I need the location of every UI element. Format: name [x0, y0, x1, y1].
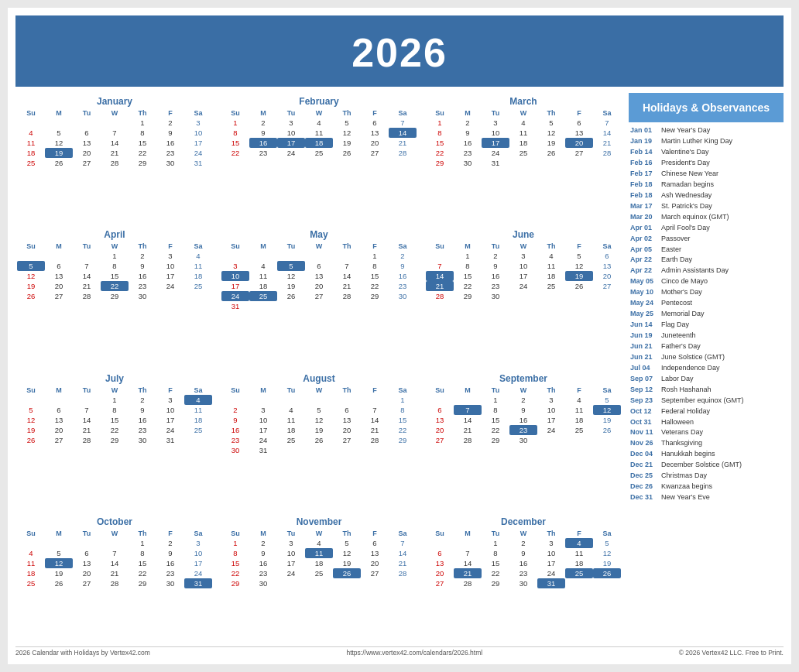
calendar-day[interactable]: 10 [249, 415, 277, 425]
calendar-day[interactable]: 27 [73, 158, 101, 168]
calendar-day[interactable]: 25 [184, 425, 212, 435]
calendar-day[interactable] [389, 445, 417, 455]
calendar-day[interactable] [454, 538, 482, 548]
calendar-day[interactable]: 24 [277, 148, 305, 158]
calendar-day[interactable]: 19 [333, 558, 361, 568]
calendar-day[interactable]: 2 [129, 395, 156, 405]
calendar-day[interactable] [221, 395, 249, 405]
calendar-day[interactable]: 11 [537, 261, 565, 271]
calendar-day[interactable]: 21 [101, 148, 129, 158]
calendar-day[interactable]: 12 [333, 128, 361, 138]
calendar-day[interactable]: 18 [537, 271, 565, 281]
calendar-day[interactable]: 5 [333, 538, 361, 548]
calendar-day[interactable]: 11 [305, 128, 333, 138]
calendar-day[interactable]: 25 [565, 568, 593, 578]
calendar-day[interactable] [537, 158, 565, 168]
calendar-day[interactable]: 3 [537, 538, 565, 548]
calendar-day[interactable]: 5 [537, 118, 565, 128]
calendar-day[interactable]: 23 [156, 148, 184, 158]
calendar-day[interactable]: 2 [482, 251, 509, 261]
calendar-day[interactable]: 7 [101, 128, 129, 138]
calendar-day[interactable]: 23 [509, 425, 537, 435]
calendar-day[interactable]: 26 [45, 578, 73, 588]
calendar-day[interactable]: 3 [277, 118, 305, 128]
calendar-day[interactable] [305, 251, 333, 261]
calendar-day[interactable]: 31 [184, 158, 212, 168]
calendar-day[interactable]: 28 [426, 291, 454, 301]
calendar-day[interactable] [565, 578, 593, 588]
calendar-day[interactable]: 26 [45, 158, 73, 168]
calendar-day[interactable]: 21 [361, 425, 389, 435]
calendar-day[interactable]: 1 [221, 118, 249, 128]
calendar-day[interactable]: 20 [565, 138, 593, 148]
calendar-day[interactable]: 12 [593, 405, 621, 415]
calendar-day[interactable]: 8 [129, 548, 156, 558]
calendar-day[interactable] [333, 578, 361, 588]
calendar-day[interactable]: 21 [454, 568, 482, 578]
calendar-day[interactable]: 22 [482, 568, 509, 578]
calendar-day[interactable]: 26 [277, 291, 305, 301]
calendar-day[interactable]: 27 [361, 148, 389, 158]
calendar-day[interactable]: 27 [426, 435, 454, 445]
calendar-day[interactable]: 9 [129, 405, 156, 415]
calendar-day[interactable]: 28 [333, 291, 361, 301]
calendar-day[interactable]: 29 [482, 435, 509, 445]
calendar-day[interactable]: 17 [482, 138, 509, 148]
calendar-day[interactable]: 5 [17, 405, 45, 415]
calendar-day[interactable] [45, 538, 73, 548]
calendar-day[interactable]: 28 [101, 578, 129, 588]
calendar-day[interactable]: 8 [101, 261, 129, 271]
calendar-day[interactable]: 24 [184, 148, 212, 158]
calendar-day[interactable]: 1 [389, 395, 417, 405]
calendar-day[interactable]: 14 [454, 558, 482, 568]
calendar-day[interactable]: 21 [389, 138, 417, 148]
calendar-day[interactable]: 2 [509, 538, 537, 548]
calendar-day[interactable]: 7 [426, 261, 454, 271]
calendar-day[interactable]: 25 [184, 281, 212, 291]
calendar-day[interactable]: 17 [277, 138, 305, 148]
calendar-day[interactable]: 25 [509, 148, 537, 158]
calendar-day[interactable]: 15 [129, 558, 156, 568]
calendar-day[interactable]: 25 [565, 425, 593, 435]
calendar-day[interactable] [333, 301, 361, 311]
calendar-day[interactable]: 22 [454, 281, 482, 291]
calendar-day[interactable]: 11 [305, 548, 333, 558]
calendar-day[interactable] [277, 301, 305, 311]
calendar-day[interactable]: 5 [593, 538, 621, 548]
calendar-day[interactable]: 12 [305, 415, 333, 425]
calendar-day[interactable]: 9 [249, 128, 277, 138]
calendar-day[interactable]: 2 [221, 405, 249, 415]
calendar-day[interactable]: 18 [305, 558, 333, 568]
calendar-day[interactable] [361, 395, 389, 405]
calendar-day[interactable]: 6 [426, 405, 454, 415]
calendar-day[interactable]: 22 [129, 148, 156, 158]
calendar-day[interactable]: 24 [156, 281, 184, 291]
calendar-day[interactable]: 4 [305, 118, 333, 128]
calendar-day[interactable] [389, 301, 417, 311]
calendar-day[interactable]: 24 [277, 568, 305, 578]
calendar-day[interactable]: 1 [454, 251, 482, 261]
calendar-day[interactable]: 1 [361, 251, 389, 261]
calendar-day[interactable]: 12 [17, 271, 45, 281]
calendar-day[interactable] [73, 118, 101, 128]
calendar-day[interactable]: 20 [333, 425, 361, 435]
calendar-day[interactable]: 10 [509, 261, 537, 271]
calendar-day[interactable] [593, 158, 621, 168]
calendar-day[interactable]: 8 [482, 405, 509, 415]
calendar-day[interactable]: 14 [333, 271, 361, 281]
calendar-day[interactable]: 6 [305, 261, 333, 271]
calendar-day[interactable] [305, 445, 333, 455]
calendar-day[interactable]: 1 [129, 538, 156, 548]
calendar-day[interactable]: 23 [389, 281, 417, 291]
calendar-day[interactable]: 7 [333, 261, 361, 271]
calendar-day[interactable]: 24 [537, 425, 565, 435]
calendar-day[interactable]: 15 [221, 558, 249, 568]
calendar-day[interactable]: 29 [482, 578, 509, 588]
calendar-day[interactable]: 31 [184, 578, 212, 588]
calendar-day[interactable]: 7 [361, 405, 389, 415]
calendar-day[interactable]: 19 [333, 138, 361, 148]
calendar-day[interactable]: 11 [277, 415, 305, 425]
calendar-day[interactable]: 13 [361, 548, 389, 558]
calendar-day[interactable]: 18 [277, 425, 305, 435]
calendar-day[interactable]: 29 [101, 291, 129, 301]
